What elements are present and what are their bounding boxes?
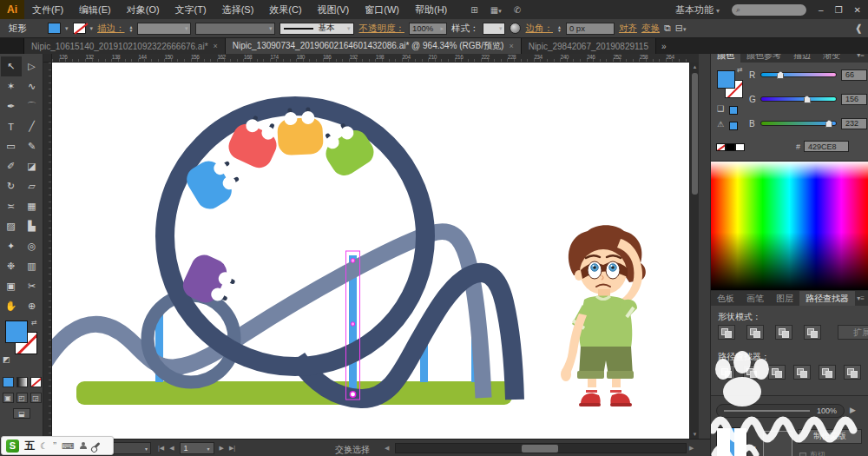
tab-overflow-chevron[interactable]: » <box>656 38 672 54</box>
hand-tool[interactable]: ✋ <box>1 296 22 316</box>
g-value-input[interactable]: 156 <box>841 94 867 105</box>
tab-close-icon[interactable]: × <box>509 42 513 50</box>
b-value-input[interactable]: 232 <box>841 118 867 129</box>
menu-item-5[interactable]: 效果(C) <box>261 0 309 19</box>
b-slider[interactable] <box>760 121 837 126</box>
pathfinder-panel-menu-icon[interactable]: ▾≡ <box>857 291 868 306</box>
paintbrush-tool[interactable]: ✎ <box>22 136 43 156</box>
dock-tab-3[interactable]: 路径查找器 <box>799 291 855 306</box>
ruler-corner[interactable] <box>43 54 52 63</box>
web-safe-cube-icon[interactable]: ❑ <box>717 104 724 113</box>
draw-behind-icon[interactable]: ◰ <box>16 393 28 403</box>
settings-wrench-icon[interactable] <box>92 441 100 449</box>
menu-item-3[interactable]: 文字(T) <box>168 0 214 19</box>
dock-tab-2[interactable]: 图层 <box>770 291 799 306</box>
minimize-button[interactable]: – <box>819 5 824 15</box>
hex-value-input[interactable]: 429CE8 <box>804 141 849 152</box>
corner-link[interactable]: 边角： <box>525 23 553 35</box>
menu-item-2[interactable]: 对象(O) <box>119 0 168 19</box>
stroke-link[interactable]: 描边： <box>97 23 125 35</box>
account-icon[interactable] <box>80 442 87 449</box>
line-segment-tool[interactable]: ╱ <box>22 116 43 136</box>
pencil-tool[interactable]: ✐ <box>1 156 22 176</box>
screen-mode-icon[interactable]: ⬓ <box>13 408 30 419</box>
collapse-options-icon[interactable]: ❰ <box>855 23 868 34</box>
graph-tool[interactable]: ▙ <box>22 216 43 236</box>
eyedropper-tool[interactable]: ✦ <box>1 236 22 256</box>
first-artboard-icon[interactable]: |◀ <box>158 445 164 452</box>
web-safe-color-chip[interactable] <box>729 106 738 115</box>
pathfinder-merge[interactable] <box>768 365 786 380</box>
scroll-right-icon[interactable]: ▶ <box>689 445 694 452</box>
pathfinder-divide[interactable] <box>718 365 735 380</box>
keyboard-icon[interactable]: ⌨ <box>62 441 74 451</box>
search-input[interactable]: ⌕ <box>732 4 806 16</box>
vertical-ruler[interactable] <box>43 63 52 439</box>
sogou-logo[interactable]: S <box>6 439 19 453</box>
align-link[interactable]: 对齐 <box>619 23 637 35</box>
r-slider[interactable] <box>760 72 837 77</box>
gradient-fill-button[interactable] <box>16 377 28 387</box>
punctuation-icon[interactable]: ’’ <box>53 441 56 451</box>
shape-mode-unite[interactable] <box>718 325 735 340</box>
magic-wand-tool[interactable]: ✶ <box>1 76 22 96</box>
horizontal-scrollbar[interactable] <box>395 443 687 453</box>
scroll-up-icon[interactable]: ▲ <box>690 63 700 71</box>
next-artboard-icon[interactable]: ▶ <box>220 445 224 452</box>
none-fill-button[interactable] <box>30 377 42 387</box>
shape-mode-intersect[interactable] <box>775 325 792 340</box>
last-artboard-icon[interactable]: ▶| <box>229 445 235 452</box>
menu-item-7[interactable]: 窗口(W) <box>357 0 407 19</box>
fill-color-swatch[interactable] <box>48 23 61 34</box>
stroke-weight-select[interactable]: ▾ <box>137 23 191 35</box>
opacity-select[interactable]: 100%▸ <box>409 23 447 35</box>
mask-thumbnail-frame[interactable] <box>763 431 792 456</box>
recolor-artwork-icon[interactable] <box>510 23 521 34</box>
artboard-tool[interactable]: ▣ <box>1 276 22 296</box>
dock-tab-1[interactable]: 画笔 <box>740 291 770 306</box>
eraser-tool[interactable]: ◪ <box>22 156 43 176</box>
slider-handle[interactable] <box>777 71 784 79</box>
column-graph-tool[interactable]: ▥ <box>22 256 43 276</box>
prev-artboard-icon[interactable]: ◀ <box>169 445 174 452</box>
scroll-down-icon[interactable]: ▼ <box>690 430 700 439</box>
free-transform-tool[interactable]: ▱ <box>22 176 43 196</box>
blend-tool[interactable]: ◎ <box>22 236 43 256</box>
lasso-tool[interactable]: ∿ <box>22 76 43 96</box>
brush-definition-select[interactable]: 基本▾ <box>279 23 354 35</box>
rectangle-tool[interactable]: ▭ <box>1 136 22 156</box>
selection-tool[interactable]: ↖ <box>1 56 22 76</box>
pen-tool[interactable]: ✒ <box>1 96 22 116</box>
opacity-link[interactable]: 不透明度： <box>358 23 404 35</box>
slice-tool[interactable]: ✂ <box>22 276 43 296</box>
moon-icon[interactable]: ☾ <box>40 441 48 451</box>
vertical-scroll-thumb[interactable] <box>692 73 698 195</box>
document-tab-1[interactable]: Nipic_13090734_20190602164601432086.ai* … <box>226 38 522 54</box>
corner-value-input[interactable]: 0 px <box>566 23 615 35</box>
symbol-sprayer-tool[interactable]: ❉ <box>1 256 22 276</box>
mesh-tool[interactable]: ▦ <box>22 196 43 216</box>
direct-selection-tool[interactable]: ▷ <box>22 56 43 76</box>
restore-button[interactable]: ❐ <box>835 5 843 15</box>
zoom-level-select[interactable]: ▾ <box>113 442 151 454</box>
arrange-documents-icon[interactable]: ⊞ <box>470 5 477 15</box>
slider-handle[interactable] <box>825 120 832 128</box>
expand-button[interactable]: 扩展 <box>838 325 868 340</box>
transform-link[interactable]: 变换 <box>641 23 660 35</box>
swap-fill-stroke-icon[interactable]: ⇄ <box>31 319 37 327</box>
select-similar-icon[interactable]: ⊟▾ <box>675 23 687 34</box>
width-tool[interactable]: ≍ <box>1 196 22 216</box>
scroll-left-icon[interactable]: ◀ <box>385 445 389 452</box>
pathfinder-outline[interactable] <box>819 365 836 380</box>
artboard[interactable] <box>52 63 689 439</box>
horizontal-ruler[interactable]: 1261321381441501561621681741801861921982… <box>52 54 689 63</box>
color-spectrum-picker[interactable] <box>711 161 868 291</box>
close-button[interactable]: ✕ <box>854 5 861 15</box>
object-thumbnail[interactable] <box>716 427 747 456</box>
shape-mode-minus-front[interactable] <box>746 325 764 340</box>
vertical-scrollbar[interactable]: ▲ ▼ <box>689 63 699 439</box>
draw-inside-icon[interactable]: ◲ <box>30 393 42 403</box>
pathfinder-crop[interactable] <box>793 365 811 380</box>
input-mode-label[interactable]: 五 <box>24 439 35 453</box>
default-colors-icon[interactable]: ◩ <box>3 355 10 364</box>
